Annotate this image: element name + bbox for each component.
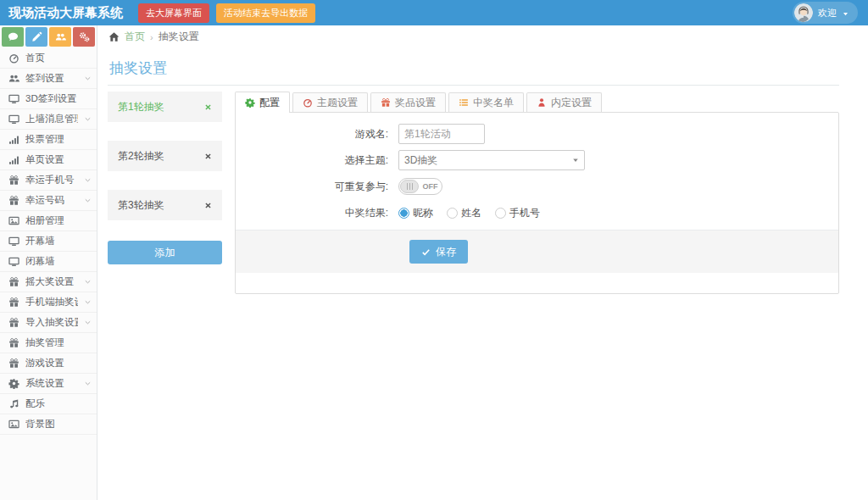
chevron-down-icon	[84, 278, 92, 286]
chevron-down-icon	[84, 75, 92, 82]
sidebar-item-5[interactable]: 单页设置	[0, 150, 97, 170]
theme-row: 选择主题: 3D抽奖	[236, 150, 838, 170]
tabs: 配置主题设置奖品设置中奖名单内定设置	[235, 92, 839, 112]
sidebar-item-6[interactable]: 幸运手机号	[0, 170, 97, 191]
rounds-list: 第1轮抽奖第2轮抽奖第3轮抽奖	[108, 92, 222, 220]
repeat-row: 可重复参与: OFF	[236, 176, 838, 197]
sidebar-item-label: 幸运号码	[25, 194, 78, 207]
save-button[interactable]: 保存	[409, 240, 468, 264]
radio-circle-icon	[495, 208, 506, 219]
home-icon	[108, 31, 120, 42]
chevron-down-icon	[84, 197, 92, 204]
tab-3[interactable]: 中奖名单	[448, 92, 524, 112]
sidebar-item-12[interactable]: 手机端抽奖设置	[0, 292, 97, 313]
result-radio-2[interactable]: 手机号	[495, 206, 540, 220]
sidebar-item-0[interactable]: 首页	[0, 48, 97, 69]
result-radio-1[interactable]: 姓名	[447, 206, 481, 220]
close-icon[interactable]	[204, 202, 212, 209]
tab-label: 配置	[259, 96, 280, 110]
game-name-row: 游戏名:	[236, 124, 838, 144]
sidebar-item-label: 配乐	[25, 397, 92, 410]
gift-icon	[8, 358, 19, 369]
users-button[interactable]	[49, 27, 71, 47]
sidebar-item-16[interactable]: 系统设置	[0, 374, 97, 394]
gift-icon	[8, 317, 19, 328]
sidebar-item-17[interactable]: 配乐	[0, 394, 97, 414]
user-menu[interactable]: 欢迎	[793, 2, 858, 24]
tab-label: 中奖名单	[473, 96, 514, 110]
add-round-button[interactable]: 添加	[108, 241, 222, 264]
check-icon	[421, 247, 431, 257]
sidebar-item-3[interactable]: 上墙消息管理	[0, 109, 97, 130]
sidebar-item-label: 系统设置	[25, 377, 78, 390]
person-icon	[537, 97, 547, 108]
tab-icon-wrap	[381, 97, 391, 108]
signal-icon	[8, 134, 19, 145]
image-icon	[8, 215, 19, 226]
result-radio-0[interactable]: 昵称	[398, 206, 433, 220]
tab-2[interactable]: 奖品设置	[370, 92, 446, 112]
sidebar-item-label: 3D签到设置	[25, 92, 92, 105]
tab-icon-wrap	[303, 97, 313, 108]
sidebar-item-13[interactable]: 导入抽奖设置	[0, 313, 97, 333]
sidebar-item-9[interactable]: 开幕墙	[0, 231, 97, 252]
chevron-down-icon	[84, 380, 92, 387]
desktop-icon	[8, 236, 19, 247]
sidebar-item-label: 幸运手机号	[25, 174, 78, 186]
dashboard-icon	[8, 53, 19, 64]
comment-button[interactable]	[2, 27, 24, 47]
theme-select[interactable]: 3D抽奖	[398, 150, 585, 170]
tab-icon-wrap	[245, 97, 255, 108]
toggle-knob-icon	[400, 180, 419, 193]
repeat-toggle[interactable]: OFF	[398, 178, 442, 195]
tab-label: 内定设置	[551, 96, 592, 110]
main-content: 抽奖设置 第1轮抽奖第2轮抽奖第3轮抽奖 添加 配置主题设置奖品设置中奖名单内定…	[97, 48, 868, 500]
round-item-2[interactable]: 第2轮抽奖	[108, 141, 222, 171]
sidebar-item-4[interactable]: 投票管理	[0, 130, 97, 150]
theme-label: 选择主题:	[236, 153, 398, 168]
tab-4[interactable]: 内定设置	[526, 92, 602, 112]
chevron-down-icon	[84, 298, 92, 306]
theme-select-value: 3D抽奖	[404, 153, 437, 168]
breadcrumb-home-link[interactable]: 首页	[125, 30, 145, 44]
sidebar-item-18[interactable]: 背景图	[0, 414, 97, 435]
tab-1[interactable]: 主题设置	[292, 92, 368, 112]
chevron-down-icon	[84, 319, 92, 326]
music-icon	[8, 398, 19, 409]
export-data-button[interactable]: 活动结束去导出数据	[216, 3, 315, 23]
cogs-button[interactable]	[73, 27, 95, 47]
sidebar-item-10[interactable]: 闭幕墙	[0, 252, 97, 272]
sidebar-item-label: 手机端抽奖设置	[25, 296, 78, 308]
sidebar-item-label: 导入抽奖设置	[25, 316, 78, 329]
round-label: 第2轮抽奖	[118, 149, 204, 164]
list-icon	[459, 97, 469, 108]
breadcrumb-current: 抽奖设置	[159, 30, 199, 44]
sidebar-item-11[interactable]: 摇大奖设置	[0, 272, 97, 292]
sidebar-item-14[interactable]: 抽奖管理	[0, 333, 97, 353]
radio-circle-icon	[398, 208, 409, 219]
dashboard-icon	[303, 97, 313, 108]
go-bigscreen-button[interactable]: 去大屏幕界面	[138, 3, 209, 23]
sidebar-item-7[interactable]: 幸运号码	[0, 191, 97, 211]
page-title: 抽奖设置	[108, 48, 839, 86]
app-title: 现场活动大屏幕系统	[0, 5, 131, 21]
close-icon[interactable]	[204, 153, 212, 160]
save-button-label: 保存	[436, 245, 456, 259]
sidebar-item-15[interactable]: 游戏设置	[0, 353, 97, 374]
users-icon	[55, 31, 66, 42]
toggle-state-label: OFF	[419, 182, 442, 191]
pencil-button[interactable]	[25, 27, 47, 47]
toolbar-row: 首页 › 抽奖设置	[0, 25, 868, 49]
breadcrumb: 首页 › 抽奖设置	[97, 25, 868, 48]
content-layout: 第1轮抽奖第2轮抽奖第3轮抽奖 添加 配置主题设置奖品设置中奖名单内定设置 游戏…	[108, 92, 839, 294]
sidebar-item-8[interactable]: 相册管理	[0, 211, 97, 231]
sidebar-item-2[interactable]: 3D签到设置	[0, 89, 97, 109]
round-item-3[interactable]: 第3轮抽奖	[108, 190, 222, 220]
round-item-1[interactable]: 第1轮抽奖	[108, 92, 222, 122]
desktop-icon	[8, 93, 19, 104]
tab-0[interactable]: 配置	[235, 92, 290, 113]
close-icon[interactable]	[204, 103, 212, 111]
select-caret-icon	[572, 157, 579, 164]
sidebar-item-1[interactable]: 签到设置	[0, 69, 97, 89]
game-name-input[interactable]	[398, 124, 485, 144]
